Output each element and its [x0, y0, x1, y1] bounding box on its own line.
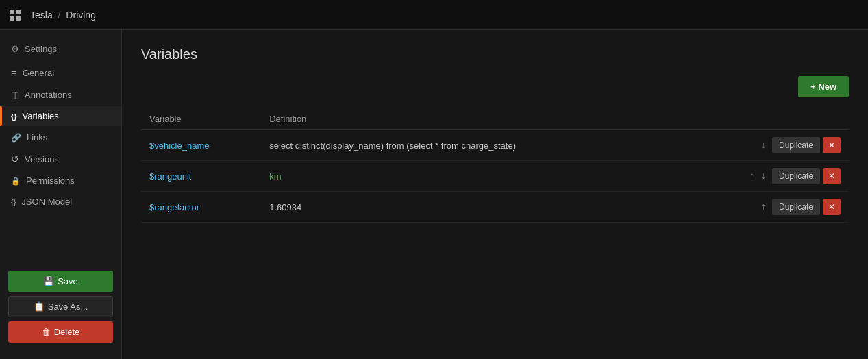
move-down-button[interactable]: ↓ [758, 168, 769, 183]
sidebar-label-general: General [23, 68, 54, 78]
table-row: $vehicle_nameselect distinct(display_nam… [141, 130, 849, 161]
remove-button[interactable]: ✕ [823, 168, 841, 184]
sidebar-item-general[interactable]: General [0, 62, 121, 84]
sidebar-item-annotations[interactable]: Annotations [0, 85, 121, 105]
variable-definition: 1.60934 [261, 192, 674, 223]
delete-label: Delete [54, 327, 80, 337]
saveas-icon: 📋 [34, 301, 45, 312]
variable-name[interactable]: $rangeunit [141, 161, 261, 192]
sidebar-label-variables: Variables [23, 111, 59, 121]
variable-name[interactable]: $vehicle_name [141, 130, 261, 161]
delete-button[interactable]: 🗑 Delete [8, 321, 113, 343]
table-row: $rangeunitkm↑↓Duplicate✕ [141, 161, 849, 192]
variable-definition: select distinct(display_name) from (sele… [261, 130, 674, 161]
sidebar: Settings General Annotations Variables L… [0, 30, 122, 359]
sidebar-label-versions: Versions [25, 154, 59, 164]
duplicate-button[interactable]: Duplicate [772, 137, 820, 153]
page-title: Variables [141, 47, 849, 62]
col-actions [674, 108, 849, 130]
remove-button[interactable]: ✕ [823, 199, 841, 215]
sidebar-item-links[interactable]: Links [0, 127, 121, 147]
new-button-row: + New [141, 76, 849, 97]
sidebar-item-permissions[interactable]: Permissions [0, 171, 121, 190]
variable-actions: ↑↓Duplicate✕ [674, 161, 849, 192]
sidebar-label-links: Links [27, 132, 47, 143]
version-icon [11, 153, 19, 164]
gear-icon [11, 44, 19, 54]
sidebar-section-title: Settings [0, 40, 121, 61]
delete-icon: 🗑 [42, 327, 51, 337]
topbar: Tesla / Driving [0, 0, 868, 30]
sidebar-item-variables[interactable]: Variables [0, 106, 121, 126]
breadcrumb-project[interactable]: Tesla [30, 10, 53, 21]
variable-name[interactable]: $rangefactor [141, 192, 261, 223]
variable-definition: km [261, 161, 674, 192]
var-icon [11, 111, 17, 121]
new-variable-button[interactable]: + New [798, 76, 849, 97]
link-icon [11, 132, 21, 143]
main-content: Variables + New Variable Definition $veh… [122, 30, 868, 359]
move-down-button[interactable]: ↓ [758, 137, 769, 152]
app-logo[interactable] [10, 10, 21, 21]
layout: Settings General Annotations Variables L… [0, 30, 868, 359]
duplicate-button[interactable]: Duplicate [772, 199, 820, 215]
save-icon: 💾 [43, 276, 54, 286]
remove-button[interactable]: ✕ [823, 137, 841, 153]
sidebar-label-json-model: JSON Model [21, 197, 72, 207]
list-icon [11, 67, 17, 79]
sidebar-item-versions[interactable]: Versions [0, 149, 121, 169]
json-icon [11, 197, 16, 207]
col-definition: Definition [261, 108, 674, 130]
save-label: Save [58, 276, 78, 286]
move-up-button[interactable]: ↑ [746, 168, 758, 183]
sidebar-bottom: 💾 Save 📋 Save As... 🗑 Delete [0, 264, 121, 349]
sidebar-label-annotations: Annotations [25, 90, 72, 100]
breadcrumb-page: Driving [66, 10, 96, 21]
col-variable: Variable [141, 108, 261, 130]
variable-actions: ↑Duplicate✕ [674, 192, 849, 223]
sidebar-title-label: Settings [25, 44, 57, 54]
save-as-button[interactable]: 📋 Save As... [8, 296, 113, 317]
breadcrumb: Tesla / Driving [30, 10, 96, 21]
annot-icon [11, 90, 19, 100]
table-row: $rangefactor1.60934↑Duplicate✕ [141, 192, 849, 223]
sidebar-label-permissions: Permissions [26, 175, 75, 186]
breadcrumb-separator: / [58, 10, 61, 21]
save-button[interactable]: 💾 Save [8, 271, 113, 292]
table-header-row: Variable Definition [141, 108, 849, 130]
variables-table: Variable Definition $vehicle_nameselect … [141, 108, 849, 223]
variable-actions: ↓Duplicate✕ [674, 130, 849, 161]
sidebar-item-json-model[interactable]: JSON Model [0, 192, 121, 212]
lock-icon [11, 175, 21, 186]
duplicate-button[interactable]: Duplicate [772, 168, 820, 184]
saveas-label: Save As... [48, 301, 88, 312]
move-up-button[interactable]: ↑ [758, 199, 769, 214]
